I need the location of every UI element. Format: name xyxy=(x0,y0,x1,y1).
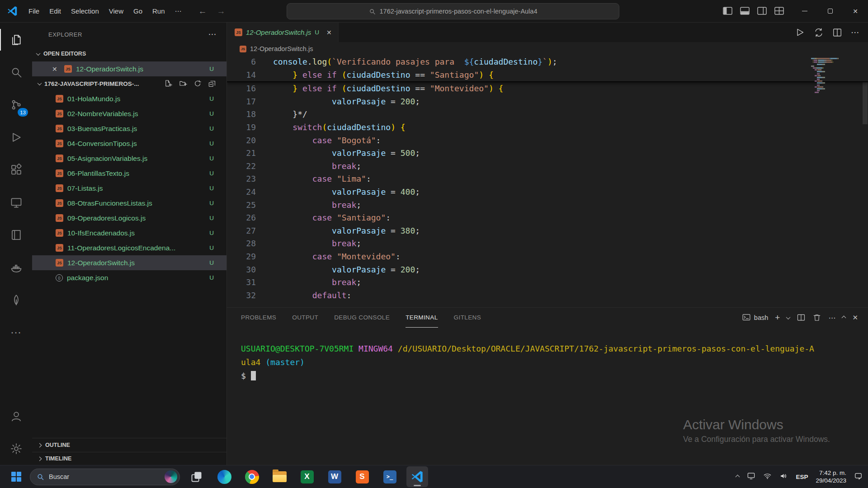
trash-icon[interactable] xyxy=(812,313,821,322)
file-row[interactable]: JS12-OperadorSwitch.jsU xyxy=(32,255,226,270)
run-file-icon[interactable] xyxy=(795,28,805,38)
file-row[interactable]: JS06-PlantillasTexto.jsU xyxy=(32,166,226,181)
toggle-sidebar-icon[interactable] xyxy=(722,5,733,17)
maximize-button[interactable] xyxy=(817,0,843,22)
terminal-shell-selector[interactable]: bash xyxy=(742,313,768,322)
wifi-icon[interactable] xyxy=(763,472,772,482)
menu-item-view[interactable]: View xyxy=(104,5,128,18)
file-row[interactable]: JS03-BuenasPracticas.jsU xyxy=(32,121,226,136)
more-actions-icon[interactable]: ⋯ xyxy=(851,27,859,38)
panel-tab-output[interactable]: OUTPUT xyxy=(292,308,318,328)
clock[interactable]: 7:42 p. m. 29/04/2023 xyxy=(816,469,846,484)
code-line[interactable]: 24 valorPasaje = 400; xyxy=(227,186,868,199)
open-editor-item[interactable]: ✕ JS 12-OperadorSwitch.js U xyxy=(32,61,226,76)
taskbar-search[interactable]: Buscar xyxy=(30,469,180,485)
editor-tab[interactable]: JS 12-OperadorSwitch.js U ✕ xyxy=(227,23,339,42)
forward-icon[interactable]: → xyxy=(217,6,226,16)
sidebar-item-run-debug[interactable] xyxy=(0,121,32,154)
editor-scrollbar[interactable] xyxy=(862,56,868,307)
menu-item-selection[interactable]: Selection xyxy=(66,5,104,18)
file-row[interactable]: JS07-Listas.jsU xyxy=(32,181,226,196)
code-line[interactable]: 18 }*/ xyxy=(227,108,868,121)
back-icon[interactable]: ← xyxy=(198,6,207,16)
folder-root-row[interactable]: 1762-JAVASCRIPT-PRIMEROS-... xyxy=(32,76,226,91)
code-line[interactable]: 26 case "Santiago": xyxy=(227,211,868,225)
menu-item-run[interactable]: Run xyxy=(147,5,170,18)
minimize-button[interactable] xyxy=(792,0,817,22)
notifications-icon[interactable] xyxy=(854,472,863,482)
code-line[interactable]: 31 break; xyxy=(227,276,868,289)
command-center-search[interactable]: 1762-javascript-primeros-pasos-con-el-le… xyxy=(287,3,619,19)
sidebar-item-mongodb[interactable] xyxy=(0,284,32,316)
breadcrumb[interactable]: JS 12-OperadorSwitch.js xyxy=(227,42,868,56)
outline-section[interactable]: OUTLINE xyxy=(32,438,226,452)
file-row[interactable]: JS08-OtrasFuncionesListas.jsU xyxy=(32,196,226,211)
settings-button[interactable] xyxy=(0,432,32,465)
code-line[interactable]: 25 break; xyxy=(227,199,868,212)
sidebar-item-docker[interactable] xyxy=(0,251,32,284)
new-folder-icon[interactable] xyxy=(179,80,188,88)
terminal-cursor[interactable] xyxy=(251,371,256,380)
collapse-all-icon[interactable] xyxy=(208,80,217,88)
explorer-more-icon[interactable]: ⋯ xyxy=(208,29,217,39)
code-line[interactable]: 19 switch(ciudadDestino) { xyxy=(227,121,868,134)
code-line[interactable]: 22 break; xyxy=(227,160,868,173)
account-button[interactable] xyxy=(0,400,32,432)
sidebar-item-docs[interactable] xyxy=(0,219,32,251)
file-row[interactable]: JS01-HolaMundo.jsU xyxy=(32,91,226,106)
timeline-section[interactable]: TIMELINE xyxy=(32,452,226,465)
sidebar-item-explorer[interactable] xyxy=(0,23,32,56)
panel-tab-debug-console[interactable]: DEBUG CONSOLE xyxy=(334,308,390,328)
panel-tab-gitlens[interactable]: GITLENS xyxy=(454,308,481,328)
code-line[interactable]: 6console.log(`Verificando pasajes para $… xyxy=(227,56,868,69)
start-button[interactable] xyxy=(6,467,26,487)
keyboard-language[interactable]: ESP xyxy=(796,474,808,480)
sticky-scroll[interactable]: 6console.log(`Verificando pasajes para $… xyxy=(227,56,868,82)
taskbar-app-excel[interactable]: X xyxy=(296,466,318,487)
file-row[interactable]: JS02-NombreVariables.jsU xyxy=(32,106,226,121)
code-line[interactable]: 32 default: xyxy=(227,289,868,302)
tab-close-icon[interactable]: ✕ xyxy=(326,29,332,36)
file-row[interactable]: JS09-OperadoresLogicos.jsU xyxy=(32,211,226,225)
code-line[interactable]: 23 case "Lima": xyxy=(227,173,868,186)
sidebar-item-search[interactable] xyxy=(0,56,32,89)
taskbar-app-vscode[interactable] xyxy=(406,466,428,487)
code-line[interactable]: 30 valorPasaje = 200; xyxy=(227,263,868,277)
code-line[interactable]: 21 valorPasaje = 500; xyxy=(227,147,868,160)
file-row[interactable]: JS10-IfsEncadenados.jsU xyxy=(32,225,226,240)
code-line[interactable]: 20 case "Bogotá": xyxy=(227,134,868,147)
code-editor[interactable]: 6console.log(`Verificando pasajes para $… xyxy=(227,56,868,307)
panel-tab-problems[interactable]: PROBLEMS xyxy=(241,308,276,328)
more-actions-icon[interactable]: ⋯ xyxy=(828,314,835,322)
terminal-output[interactable]: USUARIO@DESKTOP-7V05RMI MINGW64 /d/USUAR… xyxy=(227,328,868,383)
toggle-panel-icon[interactable] xyxy=(739,5,750,17)
file-row[interactable]: JS05-AsignacionVariables.jsU xyxy=(32,151,226,166)
taskbar-app-powershell[interactable]: >_ xyxy=(379,466,401,487)
file-row[interactable]: JS11-OperadoresLogicosEncadena...U xyxy=(32,240,226,255)
taskbar-app-edge[interactable] xyxy=(213,466,235,487)
code-line[interactable]: 28 break; xyxy=(227,237,868,250)
taskbar-app-explorer[interactable] xyxy=(269,466,290,487)
open-editors-section[interactable]: OPEN EDITORS xyxy=(32,46,226,61)
file-row[interactable]: JS04-ConversionTipos.jsU xyxy=(32,136,226,151)
menu-item-file[interactable]: File xyxy=(24,5,44,18)
sync-compare-icon[interactable] xyxy=(814,28,824,38)
code-lines[interactable]: 16 } else if (ciudadDestino == "Montevid… xyxy=(227,82,868,302)
sidebar-item-remote-explorer[interactable] xyxy=(0,186,32,219)
menu-item-edit[interactable]: Edit xyxy=(44,5,66,18)
panel-tab-terminal[interactable]: TERMINAL xyxy=(406,308,438,328)
taskbar-app-word[interactable]: W xyxy=(324,466,345,487)
sidebar-item-source-control[interactable]: 13 xyxy=(0,89,32,121)
close-panel-icon[interactable]: ✕ xyxy=(852,314,858,322)
chevron-down-icon[interactable] xyxy=(786,315,791,319)
taskbar-app-chrome[interactable] xyxy=(241,466,263,487)
menu-item-more[interactable]: ⋯ xyxy=(170,5,187,18)
toggle-secondary-sidebar-icon[interactable] xyxy=(756,5,768,17)
customize-layout-icon[interactable] xyxy=(774,5,785,17)
sidebar-item-extensions[interactable] xyxy=(0,154,32,186)
code-line[interactable]: 17 valorPasaje = 200; xyxy=(227,95,868,108)
activity-more-button[interactable]: ⋯ xyxy=(0,316,32,349)
new-terminal-icon[interactable]: + xyxy=(775,313,780,323)
code-line[interactable]: 16 } else if (ciudadDestino == "Montevid… xyxy=(227,82,868,95)
close-icon[interactable]: ✕ xyxy=(52,66,60,73)
